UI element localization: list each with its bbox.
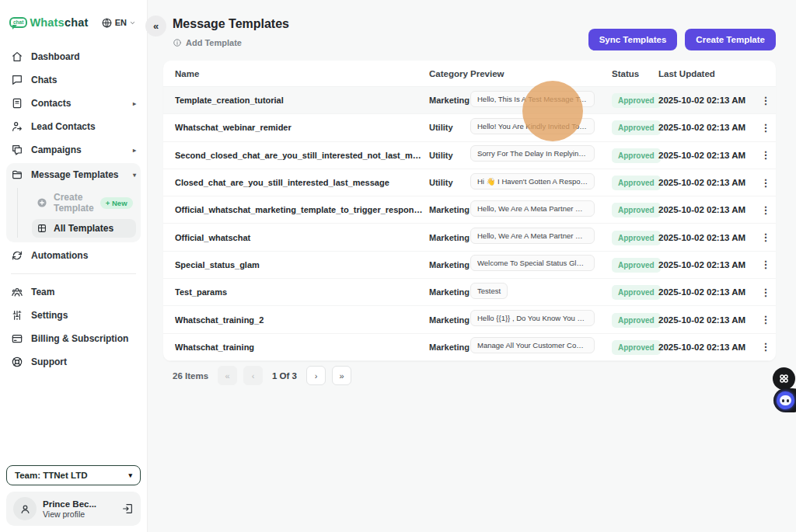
support-icon	[11, 356, 23, 368]
row-menu-button[interactable]: ⋮	[756, 256, 776, 273]
preview-cell: Manage All Your Customer Conversati...	[470, 337, 612, 356]
sidebar-item-campaigns[interactable]: Campaigns▸	[6, 138, 141, 162]
sidebar-subitem-all-templates[interactable]: All Templates	[32, 219, 136, 238]
page-title: Message Templates	[173, 17, 289, 31]
row-menu-button[interactable]: ⋮	[756, 284, 776, 301]
template-preview-chip[interactable]: Manage All Your Customer Conversati...	[470, 337, 595, 353]
template-preview-chip[interactable]: Hello, We Are A Meta Partner With W...	[470, 200, 595, 217]
template-preview-chip[interactable]: Hello {{1}} , Do You Know You Can Use ..…	[470, 310, 595, 326]
row-menu-button[interactable]: ⋮	[756, 92, 776, 109]
add-template-label: Add Template	[186, 38, 242, 47]
column-header-name: Name	[175, 69, 429, 78]
team-select[interactable]: Team: TTNet LTD ▾	[6, 465, 141, 485]
sidebar-item-label: Dashboard	[31, 51, 136, 62]
last-updated: 2025-10-02 02:13 AM	[658, 151, 756, 160]
sidebar-item-label: Lead Contacts	[31, 121, 136, 132]
sidebar-subitems: Create Template+ NewAll Templates	[17, 188, 141, 238]
next-page-button[interactable]: ›	[306, 366, 326, 385]
preview-cell: Hello {{1}} , Do You Know You Can Use ..…	[470, 310, 612, 329]
sidebar-item-contacts[interactable]: Contacts▸	[6, 92, 141, 115]
template-category: Marketing	[429, 287, 470, 297]
add-template-link[interactable]: Add Template	[173, 38, 289, 47]
team-icon	[11, 286, 23, 298]
chatbot-fab[interactable]	[773, 388, 796, 412]
status-cell: Approved	[612, 148, 658, 163]
status-badge: Approved	[612, 313, 661, 328]
main-content: Message Templates Add Template Sync Temp…	[148, 0, 796, 532]
sidebar-item-automations[interactable]: Automations	[6, 244, 141, 267]
shortcut-fab[interactable]	[773, 367, 795, 390]
template-preview-chip[interactable]: Welcome To Special Status Glam. Ho...	[470, 255, 595, 271]
template-preview-chip[interactable]: Hello! You Are Kindly Invited To Our W..…	[470, 118, 595, 134]
language-selector[interactable]: EN	[101, 17, 136, 29]
row-menu-button[interactable]: ⋮	[756, 229, 776, 245]
sidebar-footer: Team: TTNet LTD ▾ Prince Bec... View pro…	[0, 459, 147, 532]
status-cell: Approved	[612, 120, 658, 135]
table-body: Template_creation_tutorialMarketingHello…	[163, 87, 776, 361]
avatar	[13, 497, 37, 520]
row-menu-button[interactable]: ⋮	[756, 175, 776, 191]
plus-circle-icon	[37, 197, 47, 208]
row-menu-button[interactable]: ⋮	[756, 147, 776, 163]
pagination: 26 Items«‹1 Of 3›»	[173, 366, 351, 385]
status-badge: Approved	[612, 231, 661, 245]
header-actions: Sync Templates Create Template	[588, 29, 776, 50]
template-preview-chip[interactable]: Hi 👋 I Haven't Gotten A Response Fr...	[470, 173, 595, 190]
sidebar-item-dashboard[interactable]: Dashboard	[6, 45, 141, 68]
last-updated: 2025-10-02 02:13 AM	[658, 287, 756, 297]
status-badge: Approved	[612, 285, 661, 300]
template-preview-chip[interactable]: Hello, We Are A Meta Partner With W...	[470, 228, 595, 244]
sidebar-subitem-label: Create Template	[54, 192, 94, 214]
status-badge: Approved	[612, 120, 661, 135]
row-menu-button[interactable]: ⋮	[756, 120, 776, 136]
template-preview-chip[interactable]: Testest	[470, 283, 508, 299]
chevron-down-icon: ▾	[133, 172, 136, 179]
sidebar-item-team[interactable]: Team	[6, 280, 141, 304]
sidebar-group-message-templates: Message Templates▾Create Template+ NewAl…	[6, 163, 141, 242]
pagination-count: 26 Items	[173, 371, 208, 381]
settings-icon	[11, 309, 23, 322]
status-badge: Approved	[612, 203, 661, 217]
template-preview-chip[interactable]: Sorry For The Delay In Replying 🙏 . C...	[470, 145, 595, 162]
sidebar-item-billing-subscription[interactable]: Billing & Subscription	[6, 327, 141, 350]
row-menu-button[interactable]: ⋮	[756, 202, 776, 218]
preview-cell: Hello, We Are A Meta Partner With W...	[470, 228, 612, 247]
view-profile-link[interactable]: View profile	[43, 509, 115, 519]
last-updated: 2025-10-02 02:13 AM	[658, 260, 756, 269]
keyboard-grid-icon	[778, 373, 790, 384]
logout-icon[interactable]	[121, 502, 134, 515]
brand-name-dark: chat	[65, 16, 89, 29]
automation-icon	[11, 249, 23, 262]
status-badge: Approved	[612, 93, 661, 108]
sidebar-subitem-create-template[interactable]: Create Template+ New	[32, 188, 136, 217]
pagination-page-indicator: 1 Of 3	[272, 371, 297, 381]
sidebar-item-chats[interactable]: Chats	[6, 68, 141, 92]
sidebar-item-lead-contacts[interactable]: Lead Contacts	[6, 115, 141, 138]
last-page-button[interactable]: »	[332, 366, 351, 385]
sidebar-item-message-templates[interactable]: Message Templates▾	[6, 163, 141, 186]
row-menu-button[interactable]: ⋮	[756, 311, 776, 328]
create-template-button[interactable]: Create Template	[685, 29, 776, 50]
sidebar-item-label: Team	[31, 287, 136, 297]
preview-cell: Hello! You Are Kindly Invited To Our W..…	[470, 118, 612, 137]
row-menu-button[interactable]: ⋮	[756, 339, 776, 355]
template-preview-chip[interactable]: Hello, This Is A Test Message Template..…	[470, 91, 595, 107]
table-row: Template_creation_tutorialMarketingHello…	[163, 87, 776, 114]
whatschat-logo: chat Whatschat	[9, 16, 98, 30]
sync-templates-button[interactable]: Sync Templates	[588, 29, 678, 50]
column-header-last-updated: Last Updated	[658, 69, 756, 78]
sidebar-collapse-button[interactable]: «	[145, 16, 166, 37]
template-category: Utility	[429, 178, 470, 187]
preview-cell: Testest	[470, 283, 612, 302]
sidebar-item-support[interactable]: Support	[6, 350, 141, 374]
brand-name: Whatschat	[30, 16, 88, 30]
profile-card[interactable]: Prince Bec... View profile	[6, 492, 141, 526]
person-icon	[19, 502, 32, 516]
chat-icon	[11, 74, 23, 86]
last-updated: 2025-10-02 02:13 AM	[658, 342, 756, 352]
template-name: Whatschat_training_2	[175, 315, 429, 325]
template-name: Test_params	[175, 287, 429, 297]
sidebar-item-label: Automations	[31, 250, 136, 261]
sidebar-item-settings[interactable]: Settings	[6, 304, 141, 327]
sidebar-item-label: Billing & Subscription	[31, 333, 136, 344]
